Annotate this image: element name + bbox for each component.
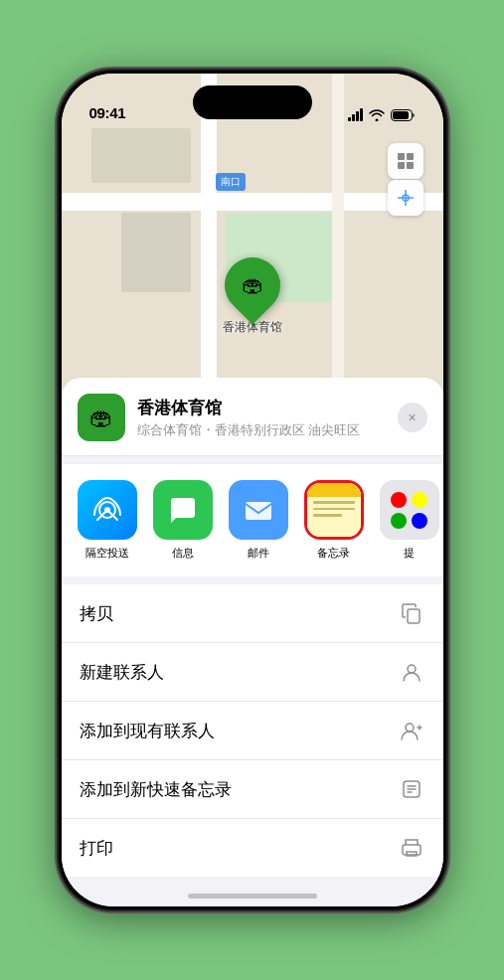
action-new-contact-label: 新建联系人 bbox=[80, 661, 164, 684]
sheet-header: 🏟 香港体育馆 综合体育馆・香港特别行政区 油尖旺区 × bbox=[62, 378, 443, 456]
status-time: 09:41 bbox=[89, 104, 126, 121]
battery-icon bbox=[391, 109, 416, 121]
venue-name: 香港体育馆 bbox=[137, 397, 386, 419]
phone-frame: 09:41 bbox=[59, 71, 446, 909]
wifi-icon bbox=[369, 109, 385, 121]
venue-info: 香港体育馆 综合体育馆・香港特别行政区 油尖旺区 bbox=[137, 397, 386, 439]
svg-rect-4 bbox=[398, 162, 405, 169]
svg-rect-9 bbox=[246, 502, 271, 520]
action-new-contact[interactable]: 新建联系人 bbox=[62, 643, 443, 702]
action-print[interactable]: 打印 bbox=[62, 819, 443, 877]
share-message[interactable]: 信息 bbox=[153, 480, 213, 561]
action-add-existing-contact[interactable]: 添加到现有联系人 bbox=[62, 702, 443, 760]
svg-point-11 bbox=[408, 665, 416, 673]
action-list: 拷贝 新建联系人 bbox=[62, 584, 443, 877]
signal-icon bbox=[348, 109, 363, 121]
share-row: 隔空投送 信息 bbox=[62, 464, 443, 576]
message-icon bbox=[153, 480, 213, 540]
svg-rect-5 bbox=[407, 162, 414, 169]
venue-icon: 🏟 bbox=[78, 394, 125, 441]
map-label: 南口 bbox=[216, 173, 246, 191]
person-icon bbox=[398, 658, 425, 686]
action-quick-note-label: 添加到新快速备忘录 bbox=[80, 778, 232, 801]
action-copy-label: 拷贝 bbox=[80, 602, 113, 625]
svg-rect-10 bbox=[408, 609, 420, 623]
svg-rect-14 bbox=[403, 845, 420, 855]
share-notes[interactable]: 备忘录 bbox=[304, 480, 364, 561]
svg-rect-3 bbox=[407, 153, 414, 160]
airdrop-icon bbox=[78, 480, 137, 540]
more-label: 提 bbox=[404, 546, 415, 561]
mail-icon bbox=[229, 480, 288, 540]
location-button[interactable] bbox=[388, 180, 423, 216]
note-icon bbox=[398, 775, 425, 803]
svg-rect-2 bbox=[398, 153, 405, 160]
copy-icon bbox=[398, 599, 425, 627]
home-indicator bbox=[188, 894, 317, 898]
action-quick-note[interactable]: 添加到新快速备忘录 bbox=[62, 760, 443, 819]
map-controls bbox=[388, 143, 423, 216]
mail-label: 邮件 bbox=[248, 546, 269, 561]
airdrop-label: 隔空投送 bbox=[85, 546, 129, 561]
bottom-sheet: 🏟 香港体育馆 综合体育馆・香港特别行政区 油尖旺区 × bbox=[62, 378, 443, 906]
share-airdrop[interactable]: 隔空投送 bbox=[78, 480, 137, 561]
svg-rect-1 bbox=[393, 111, 409, 119]
venue-marker[interactable]: 🏟 香港体育馆 bbox=[223, 257, 282, 336]
share-mail[interactable]: 邮件 bbox=[229, 480, 288, 561]
person-add-icon bbox=[398, 717, 425, 744]
notes-label: 备忘录 bbox=[317, 546, 350, 561]
phone-screen: 09:41 bbox=[62, 74, 443, 906]
venue-subtitle: 综合体育馆・香港特别行政区 油尖旺区 bbox=[137, 421, 386, 439]
marker-pin: 🏟 bbox=[213, 245, 291, 324]
status-icons bbox=[348, 109, 416, 121]
map-type-button[interactable] bbox=[388, 143, 423, 179]
marker-icon: 🏟 bbox=[242, 272, 263, 298]
message-label: 信息 bbox=[172, 546, 194, 561]
action-copy[interactable]: 拷贝 bbox=[62, 584, 443, 643]
dynamic-island bbox=[193, 85, 312, 119]
notes-icon-bg bbox=[307, 483, 361, 537]
svg-point-12 bbox=[406, 724, 414, 732]
action-add-existing-label: 添加到现有联系人 bbox=[80, 720, 215, 742]
notes-icon-border bbox=[304, 480, 364, 540]
more-icon bbox=[380, 480, 439, 540]
action-print-label: 打印 bbox=[80, 837, 113, 860]
print-icon bbox=[398, 834, 425, 862]
share-more[interactable]: 提 bbox=[380, 480, 439, 561]
close-button[interactable]: × bbox=[398, 403, 427, 432]
